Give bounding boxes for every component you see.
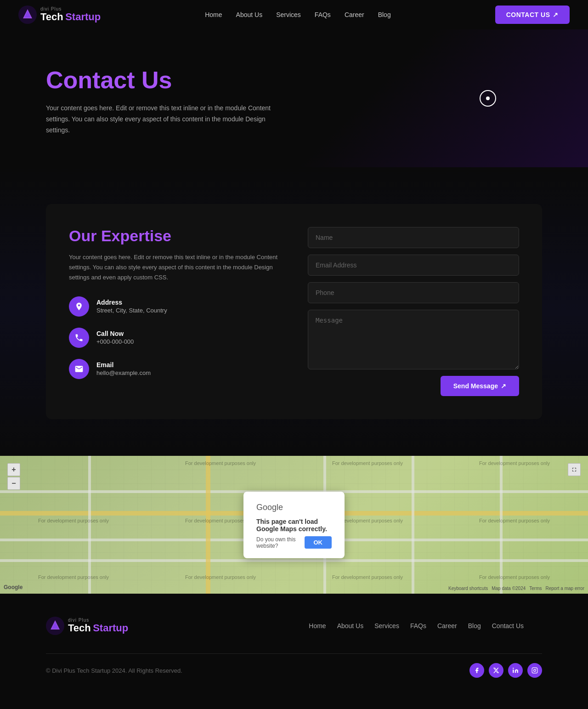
facebook-button[interactable] xyxy=(469,663,484,678)
name-input[interactable] xyxy=(308,227,519,248)
phone-input[interactable] xyxy=(308,282,519,303)
email-input[interactable] xyxy=(308,255,519,276)
footer-logo-icon xyxy=(46,617,64,635)
arrow-icon: ↗ xyxy=(553,11,559,18)
footer-logo-startup: Startup xyxy=(93,622,128,634)
map-dialog-google-label: Google xyxy=(256,503,332,512)
logo[interactable]: divi Plus Tech Startup xyxy=(18,6,101,24)
nav-career[interactable]: Career xyxy=(345,11,364,18)
email-value: hello@example.com xyxy=(96,369,151,376)
address-icon-circle xyxy=(69,296,89,317)
twitter-button[interactable] xyxy=(489,663,503,678)
email-item: Email hello@example.com xyxy=(69,359,280,379)
phone-icon-circle xyxy=(69,328,89,348)
footer-nav-blog[interactable]: Blog xyxy=(468,622,481,630)
map-dialog-question: Do you own this website? xyxy=(256,536,305,549)
email-icon-circle xyxy=(69,359,89,379)
contact-us-button[interactable]: CONTACT US ↗ xyxy=(495,6,570,24)
nav-links: Home About Us Services FAQs Career Blog xyxy=(205,11,390,18)
call-label: Call Now xyxy=(96,330,134,337)
instagram-button[interactable] xyxy=(527,663,542,678)
address-label: Address xyxy=(96,299,167,306)
expertise-description: Your content goes here. Edit or remove t… xyxy=(69,252,280,283)
hero-title: Contact Us xyxy=(46,66,542,94)
map-error-dialog-overlay: Google This page can't load Google Maps … xyxy=(0,456,588,594)
footer-bottom: © Divi Plus Tech Startup 2024. All Right… xyxy=(46,663,542,678)
email-label: Email xyxy=(96,361,151,369)
nav-faqs[interactable]: FAQs xyxy=(315,11,331,18)
send-message-button[interactable]: Send Message ↗ xyxy=(441,376,519,396)
instagram-icon xyxy=(531,667,538,674)
map-error-dialog: Google This page can't load Google Maps … xyxy=(243,492,345,558)
nav-blog[interactable]: Blog xyxy=(378,11,391,18)
footer-nav-services[interactable]: Services xyxy=(374,622,399,630)
footer-logo-tech: Tech xyxy=(68,622,91,634)
social-links xyxy=(469,663,542,678)
address-item: Address Street, City, State, Country xyxy=(69,296,280,317)
linkedin-button[interactable] xyxy=(508,663,523,678)
map-dialog-ok-button[interactable]: OK xyxy=(305,536,332,549)
facebook-icon xyxy=(474,667,480,674)
footer-divider xyxy=(46,653,542,654)
logo-tech: Tech xyxy=(40,11,63,23)
hero-section: Contact Us Your content goes here. Edit … xyxy=(0,29,588,167)
expertise-section: Our Expertise Your content goes here. Ed… xyxy=(46,204,542,419)
svg-point-9 xyxy=(536,669,537,669)
svg-rect-7 xyxy=(532,668,537,673)
footer-logo[interactable]: divi Plus Tech Startup xyxy=(46,617,128,635)
logo-startup: Startup xyxy=(65,11,101,23)
footer-nav-career[interactable]: Career xyxy=(437,622,457,630)
twitter-icon xyxy=(493,667,499,674)
nav-home[interactable]: Home xyxy=(205,11,222,18)
svg-point-6 xyxy=(513,668,514,669)
location-pin-icon xyxy=(74,302,84,311)
footer: divi Plus Tech Startup Home About Us Ser… xyxy=(0,594,588,692)
hero-description: Your content goes here. Edit or remove t… xyxy=(46,103,276,136)
map-dialog-title: This page can't load Google Maps correct… xyxy=(256,518,332,533)
linkedin-icon xyxy=(512,667,519,674)
nav-about[interactable]: About Us xyxy=(236,11,263,18)
footer-nav-faqs[interactable]: FAQs xyxy=(410,622,426,630)
email-icon xyxy=(74,364,84,374)
expertise-section-wrapper: Our Expertise Your content goes here. Ed… xyxy=(0,167,588,456)
contact-form: Send Message ↗ xyxy=(308,227,519,396)
hero-dot-icon xyxy=(480,90,496,107)
logo-icon xyxy=(18,6,37,24)
call-item: Call Now +000-000-000 xyxy=(69,328,280,348)
footer-nav-about[interactable]: About Us xyxy=(337,622,364,630)
footer-nav-home[interactable]: Home xyxy=(309,622,326,630)
footer-top: divi Plus Tech Startup Home About Us Ser… xyxy=(46,617,542,635)
expertise-heading: Our Expertise xyxy=(69,227,280,245)
footer-nav: Home About Us Services FAQs Career Blog … xyxy=(290,617,542,635)
address-value: Street, City, State, Country xyxy=(96,307,167,314)
phone-icon xyxy=(74,333,84,342)
map-section: For development purposes only For develo… xyxy=(0,456,588,594)
expertise-left: Our Expertise Your content goes here. Ed… xyxy=(69,227,280,390)
navbar: divi Plus Tech Startup Home About Us Ser… xyxy=(0,0,588,29)
nav-services[interactable]: Services xyxy=(276,11,301,18)
copyright-text: © Divi Plus Tech Startup 2024. All Right… xyxy=(46,667,182,674)
map-background: For development purposes only For develo… xyxy=(0,456,588,594)
svg-point-8 xyxy=(534,669,536,672)
call-value: +000-000-000 xyxy=(96,338,134,345)
message-textarea[interactable] xyxy=(308,310,519,369)
footer-nav-contact[interactable]: Contact Us xyxy=(492,622,524,630)
send-arrow-icon: ↗ xyxy=(501,382,506,390)
